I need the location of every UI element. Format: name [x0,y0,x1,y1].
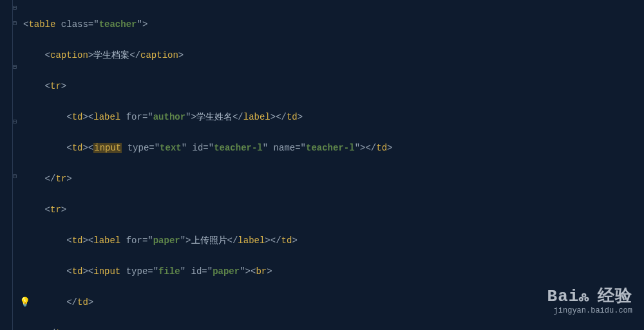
lightbulb-icon[interactable]: 💡 [19,295,30,310]
code-editor[interactable]: ⊟ ⊟ - - - ⊟ - - - - ⊟ - - - - ⊟ 💡 <table… [0,0,644,330]
attr-value: teacher-l [306,143,355,153]
label-text: 上传照片 [191,235,227,246]
fold-icon[interactable]: ⊟ [12,21,18,27]
attr-value: file [158,266,180,277]
attr-value: teacher [99,19,137,30]
fold-icon[interactable]: ⊟ [12,174,18,180]
gutter: ⊟ ⊟ - - - ⊟ - - - - ⊟ - - - - ⊟ 💡 [0,0,21,330]
attr-value: paper [153,235,180,246]
code-area[interactable]: <table class="teacher"> <caption>学生档案</c… [21,0,644,330]
fold-icon[interactable]: ⊟ [12,119,18,125]
caption-text: 学生档案 [93,50,129,60]
attr-value: teacher-l [214,143,263,153]
attr-value: paper [213,266,240,277]
attr-value: text [160,143,182,153]
attr-value: author [153,112,185,122]
label-text: 学生姓名 [196,112,232,122]
fold-icon[interactable]: ⊟ [12,64,18,71]
fold-icon[interactable]: ⊟ [12,5,18,12]
